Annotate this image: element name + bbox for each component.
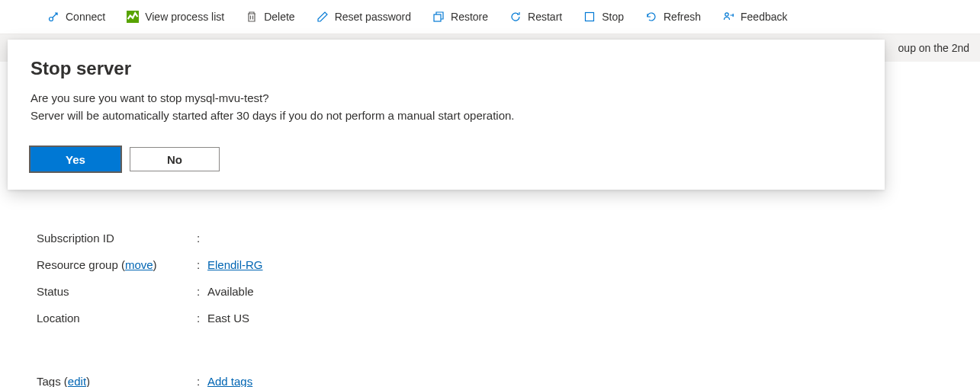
yes-button[interactable]: Yes: [31, 147, 120, 171]
status-label: Status: [37, 285, 197, 298]
view-process-list-label: View process list: [145, 11, 224, 23]
resource-group-value-link[interactable]: Elendil-RG: [207, 258, 263, 271]
svg-rect-1: [434, 14, 441, 21]
location-label: Location: [37, 312, 197, 325]
restore-button[interactable]: Restore: [422, 6, 499, 27]
dialog-line2: Server will be automatically started aft…: [31, 107, 862, 125]
resource-group-move-link[interactable]: move: [125, 258, 153, 271]
stop-label: Stop: [602, 11, 624, 23]
restart-button[interactable]: Restart: [499, 6, 573, 27]
stop-server-dialog: Stop server Are you sure you want to sto…: [8, 40, 885, 190]
restore-label: Restore: [451, 11, 488, 23]
tags-label: Tags: [37, 375, 61, 387]
refresh-icon: [645, 11, 657, 23]
dialog-title: Stop server: [31, 58, 862, 79]
tags-row: Tags (edit) : Add tags: [37, 368, 952, 387]
refresh-label: Refresh: [664, 11, 701, 23]
details-panel: Subscription ID : Resource group (move) …: [0, 222, 980, 387]
location-row: Location : East US: [37, 305, 980, 331]
reset-password-button[interactable]: Reset password: [306, 6, 422, 27]
feedback-button[interactable]: Feedback: [712, 6, 798, 27]
toolbar: Connect View process list Delete Reset p…: [0, 0, 980, 34]
feedback-icon: [722, 11, 734, 23]
feedback-label: Feedback: [741, 11, 787, 23]
dialog-actions: Yes No: [31, 147, 862, 171]
subscription-id-row: Subscription ID :: [37, 225, 980, 251]
stop-icon: [583, 11, 596, 23]
status-value: Available: [207, 285, 254, 298]
location-value: East US: [207, 312, 249, 325]
connect-button[interactable]: Connect: [37, 6, 116, 27]
add-tags-link[interactable]: Add tags: [207, 375, 252, 387]
dialog-body: Are you sure you want to stop mysql-mvu-…: [31, 90, 862, 124]
connect-label: Connect: [66, 11, 105, 23]
pencil-icon: [316, 11, 329, 23]
status-row: Status : Available: [37, 278, 980, 305]
process-list-icon: [127, 11, 139, 23]
resource-group-label: Resource group: [37, 258, 118, 271]
dialog-line1: Are you sure you want to stop mysql-mvu-…: [31, 90, 862, 107]
delete-label: Delete: [264, 11, 294, 23]
reset-password-label: Reset password: [335, 11, 411, 23]
resource-group-row: Resource group (move) : Elendil-RG: [37, 251, 980, 278]
restore-icon: [432, 11, 445, 23]
restart-label: Restart: [528, 11, 562, 23]
delete-button[interactable]: Delete: [235, 6, 305, 27]
svg-point-3: [725, 13, 728, 16]
restart-icon: [509, 11, 522, 23]
stop-button[interactable]: Stop: [573, 6, 635, 27]
svg-point-0: [50, 18, 53, 21]
subscription-id-label: Subscription ID: [37, 232, 197, 245]
svg-rect-2: [586, 13, 594, 21]
connect-icon: [47, 11, 59, 23]
tags-edit-link[interactable]: edit: [68, 375, 86, 387]
view-process-list-button[interactable]: View process list: [116, 6, 235, 27]
banner-text: oup on the 2nd: [898, 42, 969, 54]
trash-icon: [246, 11, 258, 23]
no-button[interactable]: No: [130, 147, 220, 171]
refresh-button[interactable]: Refresh: [635, 6, 712, 27]
